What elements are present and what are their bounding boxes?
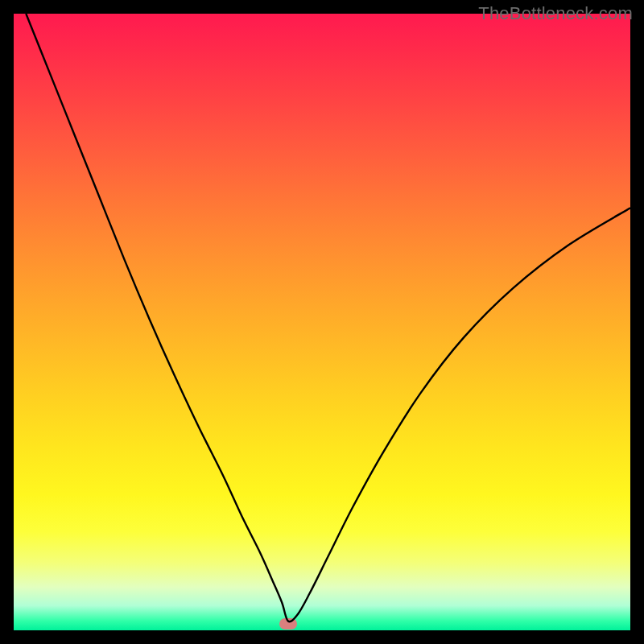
watermark-text: TheBottleneck.com — [478, 3, 633, 24]
plot-area — [14, 14, 630, 630]
bottleneck-curve — [14, 14, 630, 630]
